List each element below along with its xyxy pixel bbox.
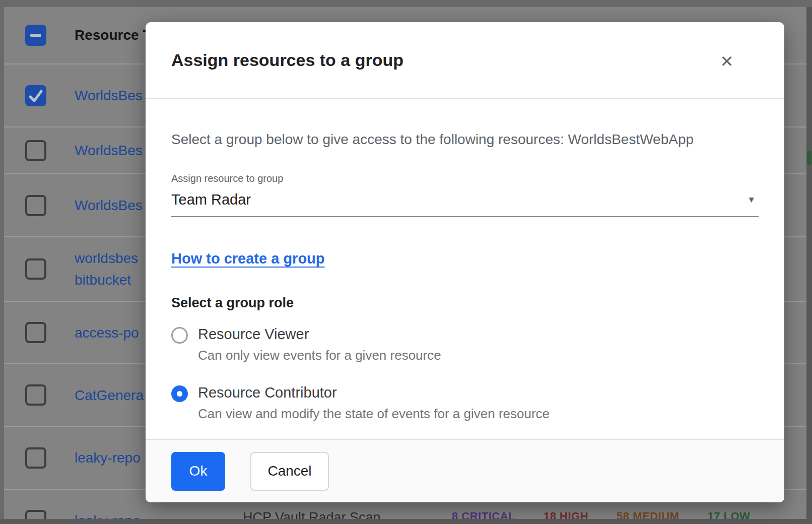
severity-badge: 17 LOW: [707, 510, 750, 519]
checkmark-icon: [25, 85, 46, 106]
dialog-body: Select a group below to give access to t…: [146, 132, 784, 422]
dialog-description: Select a group below to give access to t…: [171, 132, 759, 148]
row-checkbox[interactable]: [25, 195, 46, 216]
severity-badge: 8 CRITICAL: [452, 510, 515, 519]
row-checkbox[interactable]: [25, 258, 46, 280]
row-checkbox[interactable]: [25, 447, 46, 469]
group-select-label: Assign resource to group: [171, 173, 759, 184]
group-select-value: Team Radar: [171, 191, 251, 208]
close-icon: ✕: [720, 52, 734, 71]
severity-badges: 8 CRITICAL18 HIGH58 MEDIUM17 LOW: [452, 510, 750, 519]
radio-button[interactable]: [171, 385, 188, 402]
row-checkbox[interactable]: [25, 322, 46, 343]
scrollbar[interactable]: [806, 7, 812, 519]
dialog-footer: Ok Cancel: [146, 439, 784, 502]
indeterminate-icon: [30, 34, 41, 37]
role-option[interactable]: Resource Viewer Can only view events for…: [171, 326, 759, 363]
dropdown-arrow-icon: ▼: [747, 195, 756, 205]
ok-button[interactable]: Ok: [171, 452, 225, 491]
close-button[interactable]: ✕: [716, 50, 738, 73]
group-select[interactable]: Team Radar ▼: [171, 191, 759, 217]
role-description: Can only view events for a given resourc…: [198, 348, 441, 363]
dialog-title: Assign resources to a group: [171, 50, 403, 70]
row-checkbox[interactable]: [25, 85, 46, 106]
role-options: Resource Viewer Can only view events for…: [171, 326, 759, 422]
role-heading: Select a group role: [171, 295, 759, 311]
dialog-header: Assign resources to a group ✕: [146, 22, 784, 99]
select-all-checkbox[interactable]: [25, 25, 46, 46]
severity-badge: 18 HIGH: [544, 510, 588, 519]
role-label: Resource Viewer: [198, 326, 441, 343]
resource-name-link[interactable]: leaky-repo: [75, 510, 243, 519]
resource-type: HCP Vault Radar Scan: [243, 510, 452, 519]
role-label: Resource Contributor: [198, 384, 550, 401]
radio-dot-icon: [177, 391, 182, 397]
row-checkbox[interactable]: [25, 140, 46, 161]
role-option[interactable]: Resource Contributor Can view and modify…: [171, 384, 759, 422]
radio-button[interactable]: [171, 327, 188, 344]
assign-group-dialog: Assign resources to a group ✕ Select a g…: [146, 22, 784, 502]
severity-badge: 58 MEDIUM: [617, 510, 679, 519]
resource-column-header: Resource T: [75, 27, 152, 43]
row-checkbox[interactable]: [25, 384, 46, 406]
cancel-button[interactable]: Cancel: [250, 452, 329, 491]
how-to-create-group-link[interactable]: How to create a group: [171, 250, 325, 267]
window-bottom-edge: [0, 519, 812, 524]
severity-sliver-low: [807, 151, 811, 165]
row-checkbox[interactable]: [25, 510, 46, 519]
role-description: Can view and modify the state of events …: [198, 406, 550, 422]
